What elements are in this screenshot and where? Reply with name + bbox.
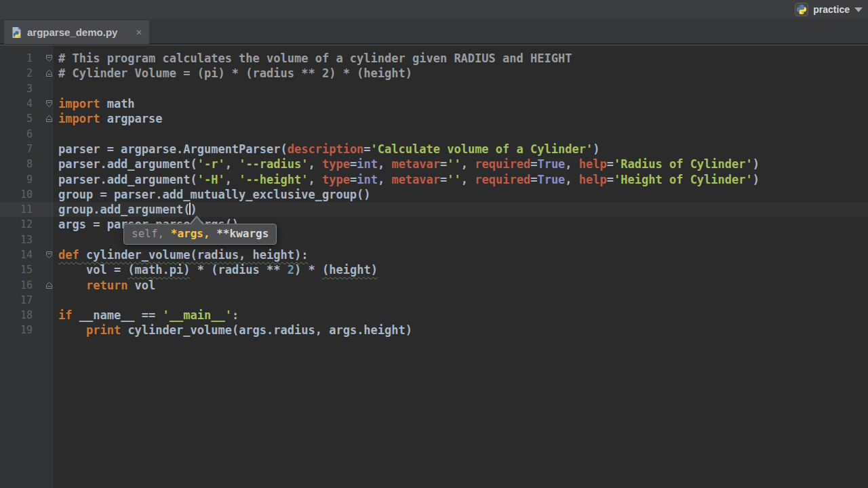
line-number[interactable]: 4 — [0, 98, 33, 110]
code-text: import argparse — [54, 112, 163, 125]
code-line[interactable]: 19 print cylinder_volume(args.radius, ar… — [0, 323, 868, 338]
code-line[interactable]: 10group = parser.add_mutually_exclusive_… — [0, 187, 868, 202]
code-token: * (radius ** — [190, 263, 287, 277]
code-token: '__main__' — [163, 308, 232, 322]
code-text: print cylinder_volume(args.radius, args.… — [54, 323, 412, 337]
code-token: description — [288, 142, 364, 156]
code-line[interactable]: 11group.add_argument() — [0, 202, 868, 217]
code-line[interactable]: 7parser = argparse.ArgumentParser(descri… — [0, 142, 868, 157]
code-token: metavar — [391, 157, 440, 171]
code-token: '-H' — [197, 173, 225, 186]
code-token: , — [309, 173, 322, 186]
code-token: , — [565, 173, 578, 186]
line-number[interactable]: 13 — [0, 234, 33, 246]
code-token: math — [100, 97, 134, 110]
code-token: ) — [753, 157, 760, 171]
line-number[interactable]: 11 — [0, 203, 33, 216]
code-token: = — [363, 142, 370, 156]
line-number[interactable]: 18 — [0, 309, 33, 321]
code-token: type — [322, 157, 350, 171]
code-line[interactable]: 5import argparse — [0, 111, 868, 126]
code-token: cylinder_volume(radius, height): — [79, 248, 309, 262]
fold-marker-icon[interactable] — [33, 115, 54, 123]
code-token: group = parser.add_mutually_exclusive_gr… — [58, 188, 371, 201]
tab-argparse-demo[interactable]: argparse_demo.py ✕ — [4, 20, 149, 44]
line-number[interactable]: 1 — [0, 52, 33, 64]
tooltip-param-kwargs: **kwargs — [216, 227, 269, 240]
code-token: __name__ == — [72, 308, 162, 322]
code-token: 2 — [288, 263, 294, 277]
code-token: '' — [447, 157, 460, 171]
code-line[interactable]: 14def cylinder_volume(radius, height): — [0, 247, 868, 262]
line-number[interactable]: 16 — [0, 279, 33, 291]
fold-marker-icon[interactable] — [33, 69, 54, 77]
code-token: (height) — [322, 263, 378, 277]
code-token: '' — [447, 173, 460, 186]
fold-marker-icon[interactable] — [33, 54, 54, 62]
code-token: '-r' — [197, 157, 225, 171]
code-token: parser = argparse.ArgumentParser( — [58, 142, 288, 156]
code-token: help — [579, 173, 607, 186]
code-token: True — [537, 157, 565, 171]
code-token: # Cylinder Volume = (pi) * (radius ** 2)… — [58, 66, 412, 80]
code-token: , — [225, 173, 239, 186]
code-token: : — [232, 308, 239, 322]
chevron-down-icon — [854, 7, 863, 12]
code-line[interactable]: 17 — [0, 293, 868, 308]
code-token: group.add_argument( — [58, 203, 190, 216]
code-token: , — [378, 173, 391, 186]
line-number[interactable]: 15 — [0, 264, 33, 276]
code-text: import math — [54, 97, 135, 110]
line-number[interactable]: 6 — [0, 128, 33, 140]
line-number[interactable]: 9 — [0, 174, 33, 186]
code-line[interactable]: 6 — [0, 126, 868, 141]
python-logo-icon — [795, 3, 808, 16]
tooltip-param-self: self, — [132, 227, 164, 240]
code-line[interactable]: 3 — [0, 81, 868, 96]
line-number[interactable]: 10 — [0, 188, 33, 201]
code-token: = — [607, 173, 614, 186]
code-line[interactable]: 2# Cylinder Volume = (pi) * (radius ** 2… — [0, 66, 868, 81]
fold-marker-icon[interactable] — [33, 100, 54, 108]
code-line[interactable]: 16 return vol — [0, 277, 868, 292]
code-token: import — [58, 112, 100, 125]
code-token: , — [461, 157, 475, 171]
tab-close-icon[interactable]: ✕ — [136, 28, 142, 37]
code-line[interactable]: 18if __name__ == '__main__': — [0, 308, 868, 323]
fold-marker-icon[interactable] — [33, 251, 54, 259]
code-token: (math.pi) — [127, 263, 190, 277]
code-token: ) — [593, 142, 599, 156]
code-token — [58, 279, 86, 292]
editor[interactable]: 1# This program calculates the volume of… — [0, 45, 868, 488]
code-line[interactable]: 4import math — [0, 96, 868, 111]
line-number[interactable]: 19 — [0, 324, 33, 336]
code-line[interactable]: 15 vol = (math.pi) * (radius ** 2) * (he… — [0, 262, 868, 277]
code-token: vol = — [58, 263, 127, 277]
code-text: vol = (math.pi) * (radius ** 2) * (heigh… — [54, 263, 378, 277]
parameter-info-tooltip: self, *args, **kwargs — [123, 224, 277, 245]
code-token: = — [440, 157, 447, 171]
line-number[interactable]: 14 — [0, 249, 33, 261]
line-number[interactable]: 2 — [0, 67, 33, 79]
run-configuration-selector[interactable]: practice — [795, 2, 863, 17]
code-line[interactable]: 9parser.add_argument('-H', '--height', t… — [0, 171, 868, 186]
code-token: ) — [190, 203, 197, 216]
line-number[interactable]: 3 — [0, 83, 33, 95]
line-number[interactable]: 12 — [0, 218, 33, 230]
line-number[interactable]: 8 — [0, 158, 33, 170]
code-token: int — [357, 173, 378, 186]
line-number[interactable]: 7 — [0, 143, 33, 155]
code-token — [58, 323, 86, 337]
code-token: 'Calculate volume of a Cylinder' — [371, 142, 593, 156]
code-line[interactable]: 1# This program calculates the volume of… — [0, 51, 868, 66]
line-number[interactable]: 17 — [0, 294, 33, 306]
code-token: = — [607, 157, 614, 171]
line-number[interactable]: 5 — [0, 113, 33, 125]
code-token: = — [350, 173, 357, 186]
code-text: return vol — [54, 279, 155, 292]
code-token: required — [475, 173, 530, 186]
fold-marker-icon[interactable] — [33, 281, 54, 289]
code-line[interactable]: 8parser.add_argument('-r', '--radius', t… — [0, 157, 868, 171]
code-token: vol — [127, 279, 155, 292]
code-token: , — [378, 157, 391, 171]
